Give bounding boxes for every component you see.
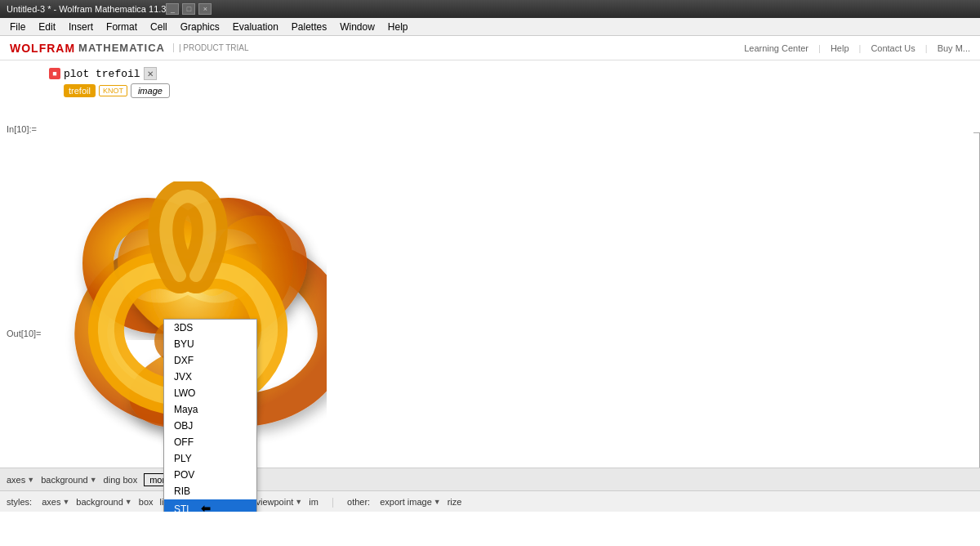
menu-cell[interactable]: Cell: [144, 20, 174, 34]
other-label: other:: [347, 497, 370, 507]
dropdown-item-stl[interactable]: STL ⬅: [164, 499, 256, 512]
viewpoint-chevron: ▼: [295, 498, 302, 506]
title-bar: Untitled-3 * - Wolfram Mathematica 11.3 …: [0, 0, 980, 18]
menu-format[interactable]: Format: [100, 20, 144, 34]
menu-edit[interactable]: Edit: [32, 20, 62, 34]
minimize-button[interactable]: _: [166, 3, 179, 15]
wolfram-brand: WOLFRAM: [10, 42, 75, 55]
background-dropdown-btn[interactable]: background ▼: [41, 475, 96, 485]
dropdown-item-rib[interactable]: RIB: [164, 483, 256, 499]
close-button[interactable]: ×: [198, 3, 212, 15]
styles-background-chevron: ▼: [125, 498, 132, 506]
export-image-btn[interactable]: export image ▼: [380, 497, 441, 507]
styles-axes-chevron: ▼: [62, 498, 69, 506]
input-cell: ■ plot trefoil ✕: [49, 67, 980, 80]
wolfram-logo: WOLFRAM MATHEMATICA | PRODUCT TRIAL: [10, 42, 249, 55]
styles-axes-btn[interactable]: axes ▼: [42, 497, 69, 507]
output-cell-label: Out[10]=: [7, 329, 42, 338]
contact-link[interactable]: Contact Us: [871, 43, 915, 53]
styles-background-btn[interactable]: background ▼: [76, 497, 131, 507]
help-link[interactable]: Help: [831, 43, 849, 53]
bottom-toolbar: axes ▼ background ▼ ding box more... ↻ ⚙…: [0, 468, 980, 512]
dropdown-item-off[interactable]: OFF: [164, 434, 256, 450]
viewpoint-btn[interactable]: viewpoint ▼: [256, 497, 303, 507]
mathematica-brand: MATHEMATICA: [78, 42, 165, 54]
format-dropdown[interactable]: 3DS BYU DXF JVX LWO Maya OBJ OFF PLY POV…: [163, 319, 257, 512]
cell-marker: ■: [49, 68, 60, 79]
menu-window[interactable]: Window: [333, 20, 381, 34]
dropdown-item-dxf[interactable]: DXF: [164, 352, 256, 369]
rize-btn[interactable]: rize: [448, 497, 462, 507]
tag-knot: KNOT: [99, 85, 127, 96]
menu-bar: File Edit Insert Format Cell Graphics Ev…: [0, 18, 980, 36]
styles-label: styles:: [7, 497, 32, 507]
dropdown-item-ply[interactable]: PLY: [164, 450, 256, 467]
ding-box-btn[interactable]: ding box: [104, 475, 138, 485]
background-chevron-icon: ▼: [90, 476, 97, 484]
menu-file[interactable]: File: [3, 20, 32, 34]
in-label-text: In[10]:=: [7, 124, 37, 134]
export-chevron: ▼: [434, 498, 441, 506]
styles-box-btn[interactable]: box: [139, 497, 154, 507]
axes-dropdown-btn[interactable]: axes ▼: [7, 475, 34, 485]
buy-link[interactable]: Buy M...: [938, 43, 970, 53]
dropdown-item-byu[interactable]: BYU: [164, 336, 256, 352]
wolfram-header: WOLFRAM MATHEMATICA | PRODUCT TRIAL Lear…: [0, 36, 980, 60]
tags-row: trefoil KNOT image: [64, 83, 980, 98]
dropdown-item-jvx[interactable]: JVX: [164, 369, 256, 385]
tag-trefoil[interactable]: trefoil: [64, 84, 96, 97]
im-btn[interactable]: im: [309, 497, 318, 507]
cell-bracket: [973, 132, 980, 484]
cell-close-button[interactable]: ✕: [144, 67, 157, 80]
tag-image[interactable]: image: [131, 83, 170, 98]
dropdown-item-maya[interactable]: Maya: [164, 401, 256, 418]
toolbar-row2: styles: axes ▼ background ▼ box lighting…: [0, 490, 980, 512]
window-controls[interactable]: _ □ ×: [166, 3, 212, 15]
selected-arrow-icon: ⬅: [201, 502, 211, 512]
dropdown-item-lwo[interactable]: LWO: [164, 385, 256, 401]
menu-palettes[interactable]: Palettes: [285, 20, 333, 34]
menu-graphics[interactable]: Graphics: [174, 20, 226, 34]
notebook-area: In[10]:= ■ plot trefoil ✕ trefoil KNOT i…: [0, 67, 980, 512]
maximize-button[interactable]: □: [182, 3, 195, 15]
menu-help[interactable]: Help: [381, 20, 415, 34]
toolbar-row1: axes ▼ background ▼ ding box more... ↻ ⚙…: [0, 468, 980, 490]
dropdown-item-obj[interactable]: OBJ: [164, 418, 256, 434]
axes-chevron-icon: ▼: [27, 476, 34, 484]
cell-input-text[interactable]: plot trefoil: [64, 68, 140, 80]
dropdown-item-pov[interactable]: POV: [164, 467, 256, 483]
menu-evaluation[interactable]: Evaluation: [226, 20, 285, 34]
out-label-text: Out[10]=: [7, 329, 42, 338]
product-trial-label: | PRODUCT TRIAL: [173, 43, 249, 52]
header-links: Learning Center | Help | Contact Us | Bu…: [744, 43, 970, 53]
input-cell-label: In[10]:=: [7, 124, 37, 134]
title-text: Untitled-3 * - Wolfram Mathematica 11.3: [7, 4, 166, 14]
menu-insert[interactable]: Insert: [62, 20, 100, 34]
dropdown-item-3ds[interactable]: 3DS: [164, 320, 256, 336]
learning-center-link[interactable]: Learning Center: [744, 43, 808, 53]
